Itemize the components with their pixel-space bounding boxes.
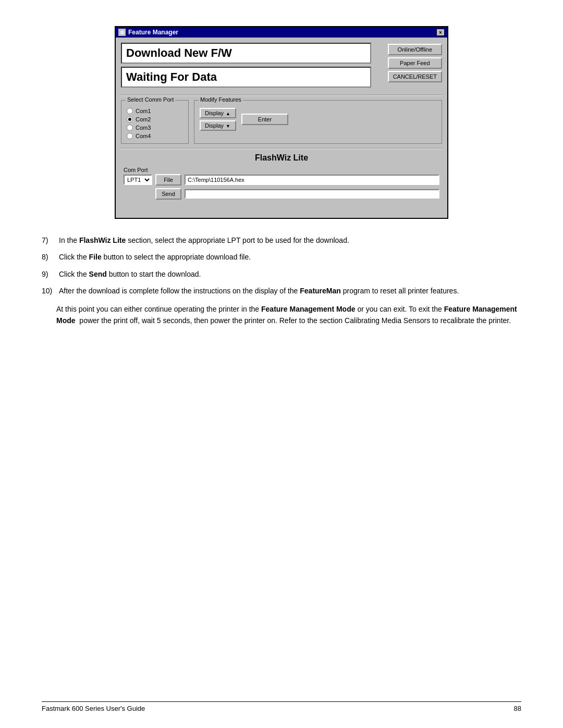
footer-right: 88 [514,705,521,712]
com-port-field-label: Com Port [124,167,439,173]
title-bar-left: ⚙ Feature Manager [118,29,178,36]
display-up-button[interactable]: Display [200,108,236,118]
radio-group: Com1 Com2 Com3 Com4 [127,108,183,139]
comm-port-group: Select Comm Port Com1 Com2 Com3 [121,100,189,144]
li-num-9: 9) [42,268,55,280]
li-num-8: 8) [42,251,55,263]
radio-label-com1: Com1 [136,108,151,114]
side-buttons: Online/Offline Paper Feed CANCEL/RESET [388,43,442,82]
bottom-padding [121,202,442,213]
footer: Fastmark 600 Series User's Guide 88 [42,701,521,712]
flashwiz-row-2: Send [124,188,439,200]
cancel-reset-button[interactable]: CANCEL/RESET [388,71,442,82]
instruction-8: 8) Click the File button to select the a… [42,251,521,263]
display-fields: Download New F/W Waiting For Data [121,43,383,91]
radio-label-com2: Com2 [136,116,151,122]
display-buttons: Display Display [200,108,236,131]
paper-feed-button[interactable]: Paper Feed [388,57,442,69]
feature-manager-window: ⚙ Feature Manager × Download New F/W Wai… [115,26,448,219]
instruction-7: 7) In the FlashWiz Lite section, select … [42,235,521,246]
window-body: Download New F/W Waiting For Data Online… [116,38,447,218]
file-path-field: C:\Temp\110156A.hex [185,175,439,185]
horizontal-divider [121,148,442,149]
title-bar: ⚙ Feature Manager × [116,27,447,38]
radio-com3[interactable]: Com3 [127,125,183,131]
flashwiz-row-1: LPT1 File C:\Temp\110156A.hex [124,174,439,186]
enter-button[interactable]: Enter [241,114,288,125]
display-field-2: Waiting For Data [121,67,371,88]
radio-input-com1[interactable] [127,108,133,114]
com-port-select[interactable]: LPT1 [124,175,152,185]
li-text-7: In the FlashWiz Lite section, select the… [59,235,349,246]
radio-input-com4[interactable] [127,133,133,139]
progress-bar [185,189,439,199]
modify-features-label: Modify Features [199,96,243,103]
close-button[interactable]: × [436,29,445,36]
file-button[interactable]: File [155,174,181,186]
li-text-9: Click the Send button to start the downl… [59,268,201,280]
paragraph-1: At this point you can either continue op… [56,303,521,327]
instructions-section: 7) In the FlashWiz Lite section, select … [42,235,521,326]
radio-label-com4: Com4 [136,133,151,139]
window-title: Feature Manager [128,29,178,36]
send-button[interactable]: Send [155,188,181,200]
com-port-area: Com Port LPT1 File C:\Temp\110156A.hex S… [124,167,439,200]
li-text-8: Click the File button to select the appr… [59,251,251,263]
display-up-label: Display [205,110,224,116]
radio-com1[interactable]: Com1 [127,108,183,114]
footer-left: Fastmark 600 Series User's Guide [42,705,145,712]
radio-com4[interactable]: Com4 [127,133,183,139]
features-inner: Display Display Enter [200,108,436,131]
app-icon: ⚙ [118,29,126,36]
display-field-1: Download New F/W [121,43,371,64]
display-down-button[interactable]: Display [200,120,236,131]
comm-port-label: Select Comm Port [126,96,175,103]
instruction-10: 10) After the download is complete follo… [42,285,521,297]
arrow-down-icon [226,122,230,129]
radio-input-com2[interactable] [127,116,133,122]
li-num-7: 7) [42,235,55,246]
display-down-label: Display [205,122,224,129]
instruction-9: 9) Click the Send button to start the do… [42,268,521,280]
arrow-up-icon [226,110,230,116]
flashwiz-section: FlashWiz Lite Com Port LPT1 File C:\Temp… [121,153,442,200]
radio-label-com3: Com3 [136,125,151,131]
separator [121,95,442,96]
modify-features-group: Modify Features Display Display [194,100,442,144]
top-row: Download New F/W Waiting For Data Online… [121,43,442,91]
radio-com2[interactable]: Com2 [127,116,183,122]
li-num-10: 10) [42,285,55,297]
radio-input-com3[interactable] [127,125,133,131]
online-offline-button[interactable]: Online/Offline [388,44,442,55]
middle-section: Select Comm Port Com1 Com2 Com3 [121,100,442,144]
li-text-10: After the download is complete follow th… [59,285,459,297]
flashwiz-title: FlashWiz Lite [124,153,439,163]
